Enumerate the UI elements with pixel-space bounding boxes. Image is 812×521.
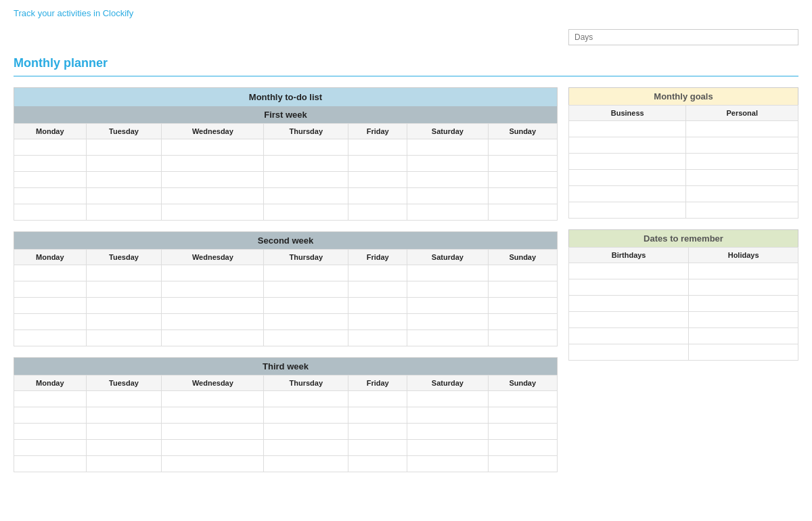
table-cell[interactable] [162,424,264,440]
table-cell[interactable] [569,328,689,344]
table-cell[interactable] [488,204,558,221]
table-cell[interactable] [407,407,488,424]
table-cell[interactable] [264,424,348,440]
table-cell[interactable] [488,407,558,424]
table-cell[interactable] [689,344,798,361]
table-cell[interactable] [348,139,407,156]
table-cell[interactable] [162,391,264,407]
table-cell[interactable] [569,202,686,219]
table-cell[interactable] [86,265,162,281]
table-cell[interactable] [162,265,264,281]
table-cell[interactable] [86,424,162,440]
table-cell[interactable] [264,281,348,298]
table-cell[interactable] [488,330,558,346]
table-cell[interactable] [348,156,407,172]
table-cell[interactable] [689,263,798,279]
table-cell[interactable] [14,314,87,330]
table-cell[interactable] [162,204,264,221]
table-cell[interactable] [686,121,798,137]
table-cell[interactable] [14,204,87,221]
table-cell[interactable] [488,172,558,188]
table-cell[interactable] [569,344,689,361]
table-cell[interactable] [407,281,488,298]
table-cell[interactable] [686,186,798,202]
table-cell[interactable] [162,407,264,424]
table-cell[interactable] [14,391,87,407]
table-cell[interactable] [488,139,558,156]
table-cell[interactable] [162,314,264,330]
table-cell[interactable] [569,279,689,296]
table-cell[interactable] [162,139,264,156]
table-cell[interactable] [407,456,488,472]
table-cell[interactable] [162,330,264,346]
table-cell[interactable] [264,265,348,281]
table-cell[interactable] [14,265,87,281]
table-cell[interactable] [14,407,87,424]
table-cell[interactable] [348,298,407,314]
table-cell[interactable] [86,188,162,204]
table-cell[interactable] [407,314,488,330]
table-cell[interactable] [162,156,264,172]
table-cell[interactable] [348,456,407,472]
table-cell[interactable] [264,204,348,221]
table-cell[interactable] [569,263,689,279]
table-cell[interactable] [264,298,348,314]
table-cell[interactable] [14,330,87,346]
table-cell[interactable] [348,314,407,330]
table-cell[interactable] [264,314,348,330]
table-cell[interactable] [407,330,488,346]
table-cell[interactable] [86,456,162,472]
table-cell[interactable] [488,298,558,314]
table-cell[interactable] [686,154,798,170]
table-cell[interactable] [569,186,686,202]
table-cell[interactable] [162,172,264,188]
table-cell[interactable] [14,424,87,440]
table-cell[interactable] [14,139,87,156]
table-cell[interactable] [348,391,407,407]
table-cell[interactable] [14,440,87,456]
table-cell[interactable] [407,156,488,172]
table-cell[interactable] [407,265,488,281]
table-cell[interactable] [264,391,348,407]
table-cell[interactable] [162,456,264,472]
table-cell[interactable] [348,188,407,204]
table-cell[interactable] [86,204,162,221]
table-cell[interactable] [86,440,162,456]
table-cell[interactable] [264,172,348,188]
table-cell[interactable] [86,139,162,156]
table-cell[interactable] [488,391,558,407]
table-cell[interactable] [488,456,558,472]
table-cell[interactable] [264,456,348,472]
table-cell[interactable] [407,391,488,407]
table-cell[interactable] [14,281,87,298]
table-cell[interactable] [348,407,407,424]
table-cell[interactable] [264,440,348,456]
table-cell[interactable] [689,296,798,312]
table-cell[interactable] [264,407,348,424]
table-cell[interactable] [407,204,488,221]
table-cell[interactable] [488,440,558,456]
track-link[interactable]: Track your activities in Clockify [14,8,133,18]
table-cell[interactable] [569,154,686,170]
table-cell[interactable] [689,312,798,328]
table-cell[interactable] [264,156,348,172]
table-cell[interactable] [86,156,162,172]
table-cell[interactable] [488,188,558,204]
table-cell[interactable] [348,330,407,346]
table-cell[interactable] [348,424,407,440]
table-cell[interactable] [569,312,689,328]
table-cell[interactable] [14,298,87,314]
table-cell[interactable] [162,440,264,456]
table-cell[interactable] [86,407,162,424]
table-cell[interactable] [14,156,87,172]
table-cell[interactable] [569,121,686,137]
table-cell[interactable] [407,298,488,314]
table-cell[interactable] [348,440,407,456]
table-cell[interactable] [86,391,162,407]
table-cell[interactable] [689,328,798,344]
table-cell[interactable] [407,188,488,204]
table-cell[interactable] [348,281,407,298]
table-cell[interactable] [86,330,162,346]
table-cell[interactable] [86,281,162,298]
table-cell[interactable] [162,298,264,314]
